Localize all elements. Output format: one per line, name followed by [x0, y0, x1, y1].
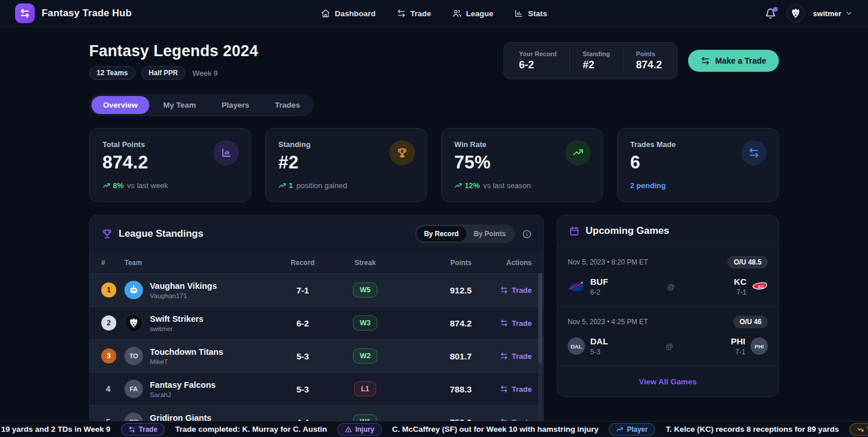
teams-count-badge: 12 Teams — [89, 66, 135, 80]
summary-value: #2 — [583, 59, 610, 71]
calendar-icon — [569, 226, 580, 237]
info-icon[interactable] — [522, 229, 532, 239]
ticker-badge-injury: Injury — [337, 423, 382, 436]
tab-overview[interactable]: Overview — [91, 96, 149, 114]
top-nav: Fantasy Trade Hub Dashboard Trade League… — [0, 0, 868, 27]
streak-badge: L1 — [354, 381, 377, 396]
toggle-by-points[interactable]: By Points — [466, 226, 513, 241]
summary-standing: Standing #2 — [569, 49, 623, 72]
home-team-abbr: KC — [734, 277, 746, 287]
view-all-games-link[interactable]: View All Games — [639, 377, 697, 386]
game-datetime: Nov 5, 2023 • 4:25 PM ET — [568, 318, 648, 326]
gorilla-mascot-icon — [127, 317, 140, 329]
game-item: Nov 5, 2023 • 4:25 PM ET O/U 46 DAL DAL … — [557, 307, 778, 366]
home-team-record: 7-1 — [734, 288, 746, 296]
tab-my-team[interactable]: My Team — [152, 96, 208, 114]
ticker-text: C. McCaffrey (SF) out for Week 10 with h… — [392, 425, 599, 434]
table-scrollbar[interactable] — [538, 273, 542, 437]
scoring-format-badge: Half PPR — [141, 66, 186, 80]
nav-item-trade[interactable]: Trade — [396, 9, 431, 18]
summary-label: Standing — [583, 50, 610, 57]
home-team-abbr: PHI — [731, 336, 745, 347]
team-name: Vaughan Vikings — [150, 281, 217, 291]
league-standings-panel: League Standings By Record By Points # T… — [89, 215, 544, 437]
standings-title: League Standings — [119, 228, 203, 240]
streak-badge: W5 — [353, 282, 378, 298]
nav-item-label: Trade — [410, 9, 431, 18]
scrollbar-thumb[interactable] — [538, 273, 542, 363]
trade-button[interactable]: Trade — [500, 286, 532, 295]
at-symbol: @ — [608, 282, 734, 291]
stat-card-standing: Standing #2 1 position gained — [265, 128, 427, 202]
notifications-button[interactable] — [763, 6, 778, 21]
nav-item-label: Stats — [528, 9, 547, 18]
summary-value: 6-2 — [519, 59, 557, 71]
away-team-abbr: DAL — [590, 336, 608, 347]
make-a-trade-button[interactable]: Make a Trade — [688, 50, 779, 72]
stat-card-trades-made: Trades Made 6 2 pending — [617, 128, 779, 202]
bar-chart-icon — [214, 140, 239, 166]
trade-button[interactable]: Trade — [500, 385, 532, 394]
brand[interactable]: Fantasy Trade Hub — [15, 3, 132, 23]
nav-right: switmer — [763, 4, 853, 23]
user-avatar[interactable] — [786, 4, 805, 23]
trophy-icon — [389, 140, 415, 166]
stat-note: vs last week — [127, 181, 168, 190]
delta-up: 1 — [278, 181, 293, 190]
game-datetime: Nov 5, 2023 • 8:20 PM ET — [568, 258, 648, 266]
user-menu[interactable]: switmer — [813, 9, 853, 18]
toggle-by-record[interactable]: By Record — [417, 226, 466, 241]
team-points: 801.7 — [398, 351, 472, 361]
cta-label: Make a Trade — [715, 56, 766, 65]
standings-table-header: # Team Record Streak Points Actions — [90, 252, 543, 273]
pending-trades-link[interactable]: 2 pending — [630, 181, 665, 190]
chiefs-logo-icon: KC — [752, 281, 768, 292]
swap-icon — [500, 319, 508, 327]
phi-logo-badge: PHI — [751, 337, 768, 355]
team-record: 6-2 — [273, 318, 333, 328]
ticker-badge-trade: Trade — [121, 423, 165, 436]
chart-icon — [514, 9, 523, 18]
tab-trades[interactable]: Trades — [263, 96, 312, 114]
swap-icon — [396, 9, 406, 18]
trending-down-icon — [857, 426, 864, 433]
rank-badge: 1 — [101, 282, 116, 298]
col-actions: Actions — [472, 259, 532, 267]
stat-card-total-points: Total Points 874.2 8% vs last week — [89, 128, 251, 202]
summary-label: Points — [636, 50, 662, 57]
trophy-icon — [101, 228, 113, 240]
stat-note: position gained — [296, 181, 347, 190]
team-points: 788.3 — [398, 384, 472, 394]
nav-item-league[interactable]: League — [452, 9, 493, 18]
summary-your-record: Your Record 6-2 — [506, 49, 569, 72]
trade-button[interactable]: Trade — [500, 352, 532, 361]
streak-badge: W3 — [353, 315, 378, 330]
team-avatar-gorilla — [124, 314, 143, 332]
team-avatar-initials: TO — [124, 347, 143, 365]
trending-up-icon — [278, 182, 286, 190]
upcoming-games-title: Upcoming Games — [586, 225, 670, 237]
team-owner: SarahJ — [150, 391, 216, 398]
app-title: Fantasy Trade Hub — [42, 8, 132, 19]
dal-logo-badge: DAL — [568, 337, 585, 355]
trending-up-icon — [565, 140, 591, 166]
trending-up-icon — [102, 182, 111, 190]
tab-players[interactable]: Players — [210, 96, 261, 114]
streak-badge: W2 — [353, 348, 378, 363]
away-team-record: 6-2 — [590, 288, 608, 296]
table-row: 3 TO Touchdown Titans MikeT 5-3 W2 801.7… — [90, 339, 543, 372]
table-row: 4 FA Fantasy Falcons SarahJ 5-3 L1 788.3… — [90, 372, 543, 405]
trade-button[interactable]: Trade — [500, 319, 532, 328]
at-symbol: @ — [608, 342, 731, 351]
app-logo — [15, 3, 35, 23]
swap-icon — [128, 426, 135, 433]
nav-item-dashboard[interactable]: Dashboard — [321, 9, 376, 18]
col-team: Team — [124, 259, 273, 267]
summary-value: 874.2 — [636, 59, 662, 71]
gorilla-mascot-icon — [789, 7, 802, 20]
summary-points: Points 874.2 — [623, 49, 675, 72]
swap-icon — [741, 140, 767, 166]
nav-item-stats[interactable]: Stats — [514, 9, 547, 18]
swap-icon — [500, 286, 508, 294]
team-owner: Vaughan171 — [150, 292, 217, 299]
